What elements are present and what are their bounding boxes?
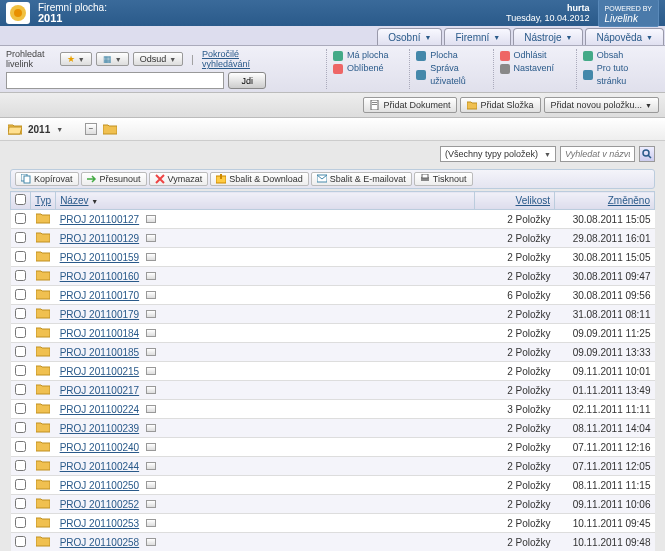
item-link[interactable]: PROJ 201100240 bbox=[60, 442, 140, 453]
row-menu-button[interactable] bbox=[146, 367, 156, 375]
item-link[interactable]: PROJ 201100224 bbox=[60, 404, 140, 415]
add-new-button[interactable]: Přidat novou položku...▼ bbox=[544, 97, 660, 113]
item-size: 2 Položky bbox=[475, 305, 555, 324]
go-button[interactable]: Jdi bbox=[228, 72, 266, 89]
row-menu-button[interactable] bbox=[146, 310, 156, 318]
menu-item-plocha[interactable]: Plocha bbox=[416, 49, 486, 62]
row-checkbox[interactable] bbox=[15, 213, 26, 224]
col-type[interactable]: Typ bbox=[31, 192, 56, 210]
menu-item-nastavení[interactable]: Nastavení bbox=[500, 62, 570, 75]
row-menu-button[interactable] bbox=[146, 329, 156, 337]
row-menu-button[interactable] bbox=[146, 386, 156, 394]
col-size[interactable]: Velikost bbox=[475, 192, 555, 210]
folder-icon bbox=[36, 478, 50, 490]
menu-item-má-plocha[interactable]: Má plocha bbox=[333, 49, 403, 62]
zip-button[interactable]: Sbalit & Download bbox=[210, 172, 309, 186]
name-filter-input[interactable] bbox=[560, 146, 635, 162]
row-menu-button[interactable] bbox=[146, 348, 156, 356]
tab-firemní[interactable]: Firemní▼ bbox=[444, 28, 511, 45]
row-checkbox[interactable] bbox=[15, 536, 26, 547]
filter-search-button[interactable] bbox=[639, 146, 655, 162]
menu-item-správa-uživatelů[interactable]: Správa uživatelů bbox=[416, 62, 486, 88]
mail-button[interactable]: Sbalit & E-mailovat bbox=[311, 172, 412, 186]
tab-nástroje[interactable]: Nástroje▼ bbox=[513, 28, 583, 45]
advanced-search-link[interactable]: Pokročilé vyhledávání bbox=[202, 49, 266, 69]
item-link[interactable]: PROJ 201100185 bbox=[60, 347, 140, 358]
col-name[interactable]: Název ▼ bbox=[56, 192, 475, 210]
item-link[interactable]: PROJ 201100179 bbox=[60, 309, 140, 320]
item-link[interactable]: PROJ 201100253 bbox=[60, 518, 140, 529]
crumb-dropdown[interactable]: ▼ bbox=[56, 126, 63, 133]
item-link[interactable]: PROJ 201100184 bbox=[60, 328, 140, 339]
row-menu-button[interactable] bbox=[146, 462, 156, 470]
svg-rect-8 bbox=[24, 176, 30, 183]
row-checkbox[interactable] bbox=[15, 384, 26, 395]
row-checkbox[interactable] bbox=[15, 270, 26, 281]
menu-item-obsah[interactable]: Obsah bbox=[583, 49, 653, 62]
item-link[interactable]: PROJ 201100170 bbox=[60, 290, 140, 301]
item-link[interactable]: PROJ 201100239 bbox=[60, 423, 140, 434]
row-checkbox[interactable] bbox=[15, 308, 26, 319]
row-checkbox[interactable] bbox=[15, 517, 26, 528]
row-checkbox[interactable] bbox=[15, 403, 26, 414]
copy-button[interactable]: Kopírovat bbox=[15, 172, 79, 186]
tab-osobní[interactable]: Osobní▼ bbox=[377, 28, 442, 45]
row-checkbox[interactable] bbox=[15, 498, 26, 509]
tab-nápověda[interactable]: Nápověda▼ bbox=[585, 28, 664, 45]
item-link[interactable]: PROJ 201100252 bbox=[60, 499, 140, 510]
select-all-checkbox[interactable] bbox=[15, 194, 26, 205]
menu-item-oblíbené[interactable]: Oblíbené bbox=[333, 62, 403, 75]
row-checkbox[interactable] bbox=[15, 327, 26, 338]
row-checkbox[interactable] bbox=[15, 251, 26, 262]
folder-nav-icon[interactable] bbox=[103, 123, 117, 135]
type-filter-dropdown[interactable]: (Všechny typy položek)▼ bbox=[440, 146, 556, 162]
add-folder-button[interactable]: Přidat Složka bbox=[460, 97, 540, 113]
item-link[interactable]: PROJ 201100217 bbox=[60, 385, 140, 396]
row-menu-button[interactable] bbox=[146, 424, 156, 432]
row-menu-button[interactable] bbox=[146, 481, 156, 489]
view-button[interactable]: ▦▼ bbox=[96, 52, 129, 66]
row-menu-button[interactable] bbox=[146, 538, 156, 546]
add-document-button[interactable]: Přidat Dokument bbox=[363, 97, 457, 113]
row-menu-button[interactable] bbox=[146, 234, 156, 242]
folder-icon bbox=[36, 516, 50, 528]
item-link[interactable]: PROJ 201100127 bbox=[60, 214, 140, 225]
item-link[interactable]: PROJ 201100129 bbox=[60, 233, 140, 244]
row-checkbox[interactable] bbox=[15, 422, 26, 433]
delete-button[interactable]: Vymazat bbox=[149, 172, 209, 186]
item-link[interactable]: PROJ 201100258 bbox=[60, 537, 140, 548]
row-checkbox[interactable] bbox=[15, 460, 26, 471]
row-checkbox[interactable] bbox=[15, 346, 26, 357]
row-checkbox[interactable] bbox=[15, 289, 26, 300]
row-checkbox[interactable] bbox=[15, 479, 26, 490]
item-link[interactable]: PROJ 201100244 bbox=[60, 461, 140, 472]
row-menu-button[interactable] bbox=[146, 215, 156, 223]
search-input[interactable] bbox=[6, 72, 224, 89]
col-modified[interactable]: Změněno bbox=[555, 192, 655, 210]
collapse-icon[interactable]: − bbox=[85, 123, 97, 135]
item-link[interactable]: PROJ 201100250 bbox=[60, 480, 140, 491]
row-checkbox[interactable] bbox=[15, 441, 26, 452]
item-modified: 07.11.2011 12:05 bbox=[555, 457, 655, 476]
row-menu-button[interactable] bbox=[146, 405, 156, 413]
row-menu-button[interactable] bbox=[146, 291, 156, 299]
move-button[interactable]: Přesunout bbox=[81, 172, 147, 186]
row-checkbox[interactable] bbox=[15, 232, 26, 243]
table-row: PROJ 2011002152 Položky09.11.2011 10:01 bbox=[11, 362, 655, 381]
row-menu-button[interactable] bbox=[146, 253, 156, 261]
item-link[interactable]: PROJ 201100160 bbox=[60, 271, 140, 282]
folder-icon bbox=[36, 269, 50, 281]
row-menu-button[interactable] bbox=[146, 500, 156, 508]
from-here-button[interactable]: Odsud▼ bbox=[133, 52, 183, 66]
item-link[interactable]: PROJ 201100215 bbox=[60, 366, 140, 377]
row-menu-button[interactable] bbox=[146, 519, 156, 527]
app-logo[interactable] bbox=[6, 2, 30, 24]
menu-item-pro-tuto-stránku[interactable]: Pro tuto stránku bbox=[583, 62, 653, 88]
row-menu-button[interactable] bbox=[146, 272, 156, 280]
favorites-button[interactable]: ★▼ bbox=[60, 52, 92, 66]
row-checkbox[interactable] bbox=[15, 365, 26, 376]
menu-item-odhlásit[interactable]: Odhlásit bbox=[500, 49, 570, 62]
item-link[interactable]: PROJ 201100159 bbox=[60, 252, 140, 263]
row-menu-button[interactable] bbox=[146, 443, 156, 451]
print-button[interactable]: Tisknout bbox=[414, 172, 473, 186]
